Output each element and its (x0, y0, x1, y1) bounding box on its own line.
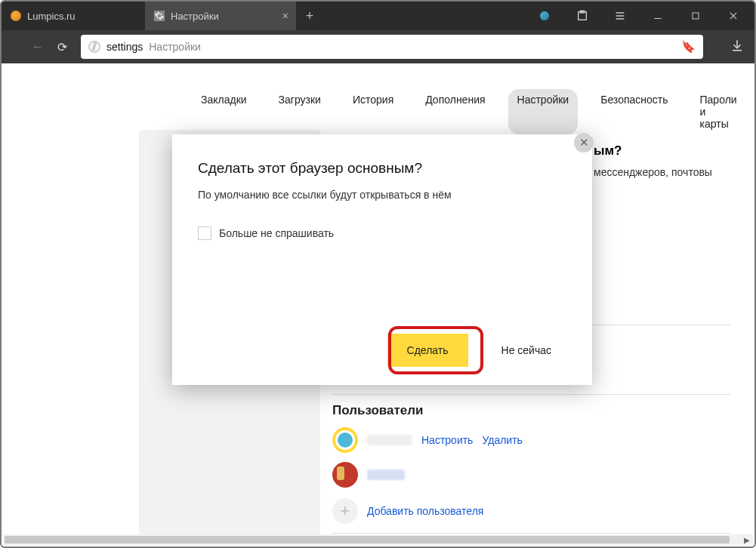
bg-text-tail: мессенджеров, почтовы (594, 166, 712, 178)
add-user-link[interactable]: Добавить пользователя (367, 505, 483, 517)
tab-label: Настройки (171, 11, 219, 22)
menu-icon[interactable] (603, 2, 637, 30)
close-icon[interactable]: × (282, 10, 289, 22)
titlebar: Lumpics.ru Настройки × + (2, 2, 754, 30)
svg-rect-6 (693, 13, 699, 19)
yandex-icon (88, 41, 100, 53)
checkbox-icon (198, 226, 211, 240)
dont-ask-label: Больше не спрашивать (219, 227, 334, 239)
address-bar: ← ⟳ settings Настройки 🔖 (2, 30, 754, 63)
configure-link[interactable]: Настроить (421, 434, 473, 446)
new-tab-button[interactable]: + (296, 2, 323, 30)
nav-addons[interactable]: Дополнения (416, 89, 494, 134)
avatar-icon (332, 462, 358, 488)
downloads-icon[interactable] (730, 38, 744, 56)
nav-passwords[interactable]: Пароли и карты (691, 89, 746, 134)
dont-ask-checkbox[interactable]: Больше не спрашивать (198, 226, 566, 240)
nav-history[interactable]: История (344, 89, 403, 134)
back-button[interactable]: ← (32, 40, 44, 54)
user-name-blurred (367, 435, 412, 445)
avatar-icon (332, 427, 358, 453)
close-window-button[interactable] (717, 2, 750, 30)
bg-heading-tail: ым? (594, 143, 622, 159)
minimize-button[interactable] (641, 2, 674, 30)
tab-inactive[interactable]: Lumpics.ru (2, 2, 145, 30)
url-input[interactable]: settings Настройки 🔖 (81, 35, 703, 59)
bookmark-icon[interactable]: 🔖 (681, 40, 696, 54)
nav-settings[interactable]: Настройки (508, 89, 579, 134)
lumpics-favicon (11, 11, 21, 21)
nav-security[interactable]: Безопасность (591, 89, 677, 134)
tab-active[interactable]: Настройки × (145, 2, 296, 30)
not-now-button[interactable]: Не сейчас (482, 334, 571, 367)
gear-icon (154, 11, 165, 21)
scroll-right-button[interactable]: ▶ (741, 534, 753, 545)
dialog-subtitle: По умолчанию все ссылки будут открыватьс… (198, 189, 566, 201)
nav-bookmarks[interactable]: Закладки (192, 89, 256, 134)
dialog-title: Сделать этот браузер основным? (198, 160, 566, 177)
maximize-button[interactable] (679, 2, 712, 30)
assistant-icon[interactable] (528, 2, 561, 30)
plus-icon: + (332, 498, 358, 524)
horizontal-scrollbar[interactable]: ▶ (3, 534, 753, 545)
dialog-close-button[interactable]: ✕ (574, 133, 594, 152)
nav-downloads[interactable]: Загрузки (270, 89, 330, 134)
divider (332, 394, 730, 395)
settings-nav: Закладки Загрузки История Дополнения Нас… (192, 89, 745, 134)
tab-label: Lumpics.ru (27, 11, 76, 22)
default-browser-dialog: ✕ Сделать этот браузер основным? По умол… (172, 134, 592, 385)
page-content: Закладки Загрузки История Дополнения Нас… (3, 63, 753, 536)
users-heading: Пользователи (332, 403, 424, 418)
reload-button[interactable]: ⟳ (57, 40, 67, 54)
url-seg1: settings (106, 41, 143, 53)
add-user-row[interactable]: + Добавить пользователя (332, 498, 483, 524)
user-name-blurred (367, 469, 405, 480)
url-seg2: Настройки (149, 41, 201, 53)
scrollbar-thumb[interactable] (5, 536, 730, 543)
divider (332, 533, 730, 534)
user-row (332, 462, 405, 488)
user-row: Настроить Удалить (332, 427, 523, 453)
panel-icon[interactable] (566, 2, 599, 30)
make-default-button[interactable]: Сделать (387, 334, 468, 367)
delete-link[interactable]: Удалить (482, 434, 522, 446)
